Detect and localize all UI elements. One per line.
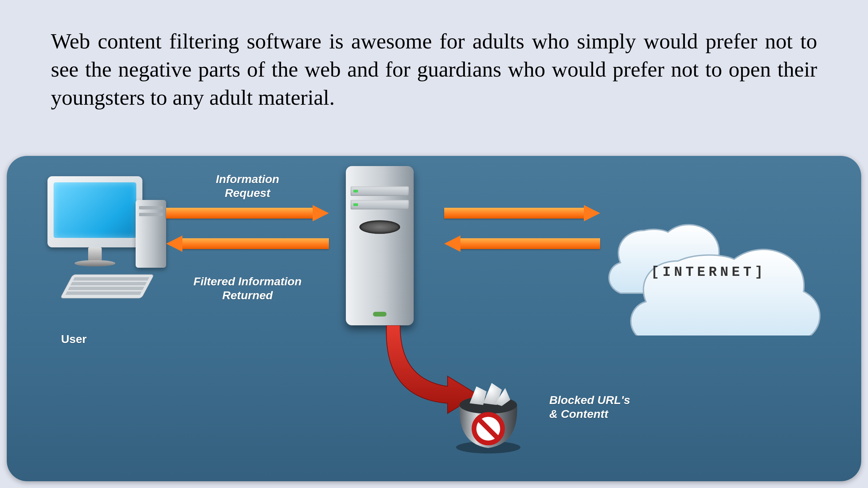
internet-cloud-icon	[604, 183, 841, 336]
arrow-return-icon	[166, 236, 329, 252]
trash-bin-icon	[451, 373, 526, 454]
arrow-to-internet-icon	[444, 205, 600, 221]
svg-rect-3	[68, 287, 144, 290]
svg-rect-2	[71, 282, 147, 285]
arrow-from-internet-icon	[444, 236, 600, 252]
svg-rect-4	[65, 291, 142, 295]
blocked-label: Blocked URL's & Contentt	[549, 393, 658, 421]
user-label: User	[61, 332, 87, 346]
info-request-label: Information Request	[197, 172, 298, 200]
user-computer-icon	[34, 176, 156, 312]
filter-server-icon	[332, 166, 427, 336]
intro-paragraph: Web content filtering software is awesom…	[51, 27, 817, 112]
arrow-request-icon	[166, 205, 329, 221]
internet-label: [INTERNET]	[651, 264, 766, 281]
filtering-diagram: User Information Request Filtered Inform…	[7, 156, 861, 481]
filtered-return-label: Filtered Information Returned	[183, 274, 312, 302]
monitor-icon	[47, 176, 142, 247]
desktop-tower-icon	[136, 200, 166, 268]
svg-rect-1	[73, 277, 149, 281]
keyboard-icon	[47, 271, 156, 312]
